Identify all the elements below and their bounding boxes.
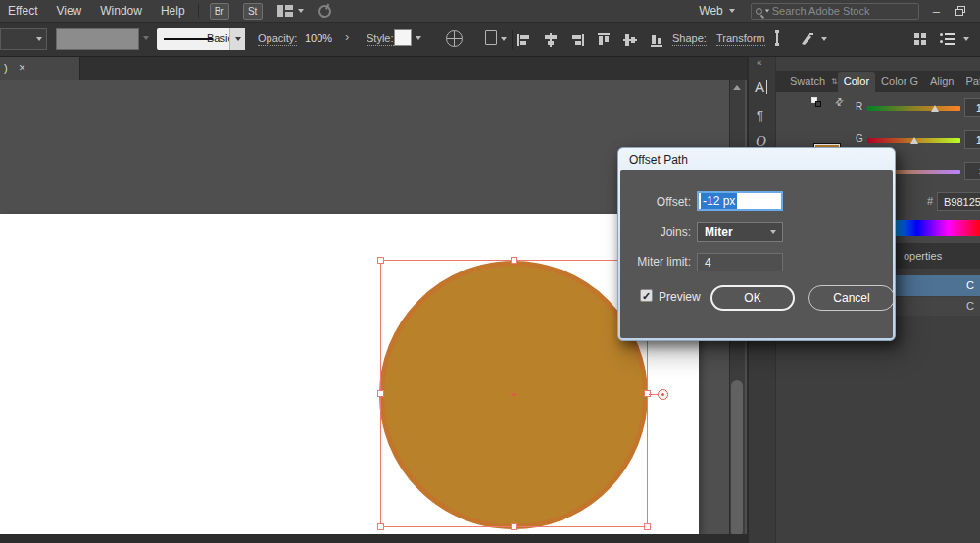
- arrange-documents-icon[interactable]: [277, 5, 293, 17]
- dialog-title[interactable]: Offset Path: [620, 150, 893, 170]
- scroll-up-arrow-icon[interactable]: [733, 85, 741, 90]
- document-tab-bar: ) ×: [0, 57, 747, 80]
- close-icon[interactable]: ×: [19, 61, 25, 74]
- restore-window-button[interactable]: [956, 6, 966, 16]
- joins-select[interactable]: Miter: [697, 222, 783, 242]
- tab-properties[interactable]: operties: [904, 250, 942, 262]
- illustrator-window: Effect View Window Help Br St Web –: [0, 0, 980, 543]
- style-label[interactable]: Style:: [367, 32, 394, 46]
- selection-handle-top-center[interactable]: [511, 257, 517, 264]
- opacity-value[interactable]: 100%: [305, 32, 332, 44]
- shape-label[interactable]: Shape:: [672, 32, 707, 46]
- red-slider-thumb[interactable]: [931, 105, 939, 112]
- opacity-submenu-arrow[interactable]: ›: [345, 29, 349, 44]
- collapse-panels-icon[interactable]: «: [757, 57, 762, 68]
- selection-handle-middle-left[interactable]: [377, 390, 384, 397]
- ok-button[interactable]: OK: [710, 285, 795, 311]
- selection-handle-bottom-left[interactable]: [377, 523, 384, 530]
- center-point-dot: [513, 393, 515, 396]
- search-icon: [756, 8, 762, 15]
- document-tab[interactable]: ) ×: [0, 57, 80, 80]
- offset-input[interactable]: -12 px: [697, 191, 783, 211]
- red-slider[interactable]: [867, 106, 960, 111]
- hex-value-field[interactable]: B98125: [937, 192, 980, 211]
- menu-help[interactable]: Help: [161, 4, 185, 18]
- align-bottom-icon[interactable]: [650, 33, 663, 47]
- offset-path-dialog: Offset Path Offset: -12 px Joins: Miter …: [617, 147, 896, 341]
- align-middle-icon[interactable]: [623, 33, 637, 47]
- variable-width-profile-select[interactable]: [0, 28, 47, 50]
- blue-value-field[interactable]: 37: [964, 162, 980, 180]
- list-item-label: C: [966, 300, 974, 312]
- touch-workspace-icon[interactable]: [914, 33, 926, 45]
- selection-handle-top-left[interactable]: [377, 257, 384, 264]
- search-scope-chevron-icon[interactable]: [765, 10, 769, 13]
- menu-effect[interactable]: Effect: [8, 4, 37, 18]
- chevron-down-icon[interactable]: [501, 37, 507, 41]
- shear-tool-icon[interactable]: [801, 32, 814, 46]
- character-panel-icon[interactable]: A: [755, 78, 764, 95]
- cycle-panel-icon[interactable]: ⇅: [831, 77, 838, 92]
- opacity-label[interactable]: Opacity:: [258, 32, 297, 46]
- sync-settings-icon[interactable]: [317, 2, 333, 19]
- stroke-preview-line: [164, 38, 213, 40]
- menu-view[interactable]: View: [56, 4, 81, 18]
- free-transform-icon[interactable]: [776, 31, 778, 45]
- stroke-style-select[interactable]: Basic: [157, 28, 245, 50]
- document-icon[interactable]: [485, 30, 497, 45]
- selection-handle-bottom-right[interactable]: [644, 523, 651, 530]
- tab-color-guide[interactable]: Color G: [875, 72, 924, 92]
- search-input[interactable]: [772, 5, 914, 17]
- chevron-down-icon[interactable]: [963, 37, 969, 41]
- tab-swatches[interactable]: Swatch: [784, 72, 831, 92]
- align-center-icon[interactable]: [544, 33, 558, 47]
- selection-handle-bottom-center[interactable]: [511, 523, 517, 530]
- transform-label[interactable]: Transform: [716, 32, 765, 46]
- green-slider-thumb[interactable]: [910, 137, 918, 144]
- minimize-button[interactable]: –: [933, 4, 940, 19]
- default-fill-stroke-icon[interactable]: [815, 101, 821, 107]
- swap-fill-stroke-icon[interactable]: ⇄: [832, 95, 846, 109]
- cancel-button[interactable]: Cancel: [808, 285, 895, 311]
- green-value-field[interactable]: 129: [964, 130, 980, 149]
- document-setup-globe-icon[interactable]: [446, 30, 463, 47]
- shape-widget-line: [649, 394, 658, 395]
- stock-button[interactable]: St: [243, 3, 263, 20]
- live-shape-widget-dot: [662, 393, 664, 396]
- align-top-icon[interactable]: [597, 33, 611, 47]
- offset-label: Offset:: [620, 195, 691, 209]
- align-left-icon[interactable]: [517, 33, 531, 47]
- paragraph-panel-icon[interactable]: ¶: [757, 108, 763, 123]
- offset-value-selected: -12 px: [701, 193, 737, 209]
- chevron-down-icon[interactable]: [821, 37, 827, 41]
- style-swatch[interactable]: [394, 29, 412, 46]
- joins-label: Joins:: [620, 225, 691, 239]
- bridge-button[interactable]: Br: [210, 3, 229, 20]
- green-slider-label: G: [856, 133, 863, 144]
- stroke-style-dropdown-button[interactable]: [229, 28, 245, 50]
- list-item-label: C: [966, 279, 974, 291]
- chevron-down-icon[interactable]: [416, 36, 421, 40]
- vertical-scrollbar-thumb[interactable]: [731, 380, 743, 534]
- tab-color[interactable]: Color: [838, 72, 875, 92]
- search-box: [751, 3, 919, 20]
- miter-limit-input[interactable]: 4: [697, 253, 783, 272]
- tab-pathfinder[interactable]: Pathfin: [959, 72, 980, 92]
- chevron-down-icon: [143, 36, 149, 40]
- character-panel-caret: [766, 80, 767, 94]
- tab-align[interactable]: Align: [924, 72, 959, 92]
- workspace-switcher[interactable]: Web: [699, 4, 722, 18]
- control-bar: Basic Opacity: 100% › Style: Shape: Tran: [0, 23, 980, 57]
- red-value-field[interactable]: 185: [964, 98, 980, 117]
- preview-checkbox[interactable]: ✓: [640, 289, 653, 302]
- align-right-icon[interactable]: [570, 33, 584, 47]
- menu-window[interactable]: Window: [100, 4, 142, 18]
- chevron-down-icon[interactable]: [298, 9, 304, 13]
- joins-value: Miter: [705, 225, 770, 239]
- status-bar: [0, 534, 747, 543]
- preview-label[interactable]: Preview: [659, 290, 701, 304]
- brush-definition-field[interactable]: [56, 28, 139, 50]
- panel-tab-bar: Swatch ⇅ Color Color G Align Pathfin: [776, 71, 980, 92]
- chevron-down-icon[interactable]: [729, 9, 735, 13]
- miter-limit-value: 4: [705, 256, 711, 270]
